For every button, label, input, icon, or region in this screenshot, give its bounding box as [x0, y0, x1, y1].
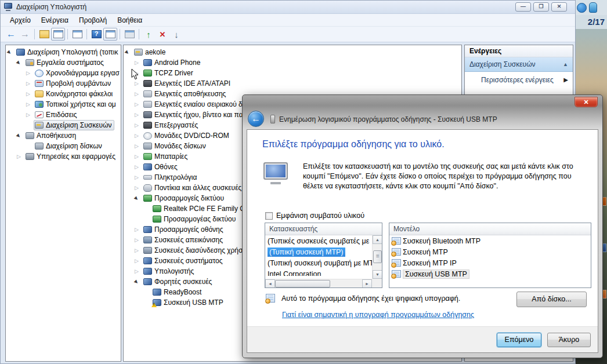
- dialog-back-button[interactable]: ←: [248, 111, 264, 127]
- console-tree-item[interactable]: Κοινόχρηστοι φάκελοι: [6, 89, 121, 99]
- manufacturer-item[interactable]: (Τυπική συσκευή συμβατή με MT: [265, 257, 372, 268]
- tree-item-label: Διαχείριση δίσκων: [46, 142, 102, 150]
- twisty-icon[interactable]: [135, 237, 142, 243]
- twisty-icon[interactable]: [17, 154, 24, 159]
- toolbar-icon[interactable]: [103, 28, 117, 41]
- twisty-icon[interactable]: [135, 247, 142, 253]
- scrollbar-thumb[interactable]: [275, 280, 330, 287]
- menu-item[interactable]: Ενέργεια: [37, 15, 73, 26]
- show-compatible-checkbox[interactable]: [265, 212, 273, 220]
- twisty-icon[interactable]: [17, 60, 24, 65]
- scroll-right-icon[interactable]: ►: [362, 279, 372, 288]
- toolbar-icon[interactable]: [122, 28, 136, 41]
- twisty-icon[interactable]: [135, 133, 142, 139]
- console-tree-item[interactable]: Τοπικοί χρήστες και ομ: [6, 99, 121, 110]
- toolbar-icon[interactable]: [117, 28, 122, 41]
- window-titlebar[interactable]: Διαχείριση Υπολογιστή — ❐ ✕: [1, 1, 575, 14]
- console-tree-item[interactable]: Διαχείριση Υπολογιστή (τοπικ: [6, 47, 121, 57]
- toolbar-icon[interactable]: ✕: [156, 28, 169, 41]
- collapse-icon[interactable]: ▲: [563, 61, 568, 67]
- twisty-icon[interactable]: [135, 174, 142, 180]
- toolbar-icon[interactable]: →: [18, 28, 32, 41]
- twisty-icon[interactable]: [135, 279, 142, 285]
- minimize-button[interactable]: —: [515, 2, 531, 12]
- cancel-button[interactable]: Άκυρο: [547, 333, 591, 347]
- close-button[interactable]: ✕: [551, 2, 567, 12]
- toolbar-icon[interactable]: ↓: [169, 28, 183, 41]
- actions-group-device-manager[interactable]: Διαχείριση Συσκευών ▲: [465, 57, 573, 72]
- next-button[interactable]: Επόμενο: [497, 333, 541, 347]
- dialog-close-button[interactable]: ✕: [575, 97, 598, 107]
- toolbar-icon[interactable]: [65, 28, 70, 41]
- twisty-icon[interactable]: [135, 154, 142, 159]
- twisty-icon[interactable]: [135, 185, 142, 191]
- manufacturer-item[interactable]: Intel Corporation: [265, 268, 372, 276]
- console-tree-item[interactable]: Αποθήκευση: [6, 130, 121, 141]
- twisty-icon[interactable]: [135, 91, 142, 97]
- device-tree-item[interactable]: Ελεγκτές IDE ATA/ATAPI: [124, 78, 461, 89]
- device-tree-item[interactable]: TCPZ Driver: [124, 68, 461, 78]
- toolbar-icon[interactable]: [32, 28, 37, 41]
- toolbar-icon[interactable]: [70, 28, 84, 41]
- twisty-icon[interactable]: [26, 81, 34, 86]
- twisty-icon[interactable]: [135, 164, 142, 170]
- more-actions-item[interactable]: Περισσότερες ενέργειες ▶: [465, 72, 573, 88]
- device-tree-item[interactable]: aekole: [124, 47, 461, 57]
- menu-item[interactable]: Προβολή: [74, 15, 111, 26]
- toolbar-icon[interactable]: ↑: [142, 28, 156, 41]
- twisty-icon[interactable]: [26, 112, 34, 118]
- console-tree-item[interactable]: Επιδόσεις: [6, 110, 121, 120]
- twisty-icon[interactable]: [135, 195, 142, 201]
- manufacturer-item[interactable]: (Τυπική συσκευή MTP): [265, 246, 372, 257]
- twisty-icon[interactable]: [8, 49, 15, 55]
- tree-item-label: Προσαρμογέας δικτύου: [164, 215, 236, 223]
- toolbar-icon[interactable]: ←: [4, 28, 18, 41]
- menu-item[interactable]: Αρχείο: [5, 15, 35, 26]
- desktop-shortcut-icon[interactable]: [589, 2, 597, 13]
- checkbox-label[interactable]: Εμφάνιση συμβατού υλικού: [276, 212, 364, 220]
- console-tree-item[interactable]: Διαχείριση δίσκων: [6, 141, 121, 151]
- twisty-icon[interactable]: [135, 122, 142, 128]
- model-item[interactable]: Συσκευή USB MTP: [389, 268, 591, 279]
- model-item[interactable]: Συσκευή MTP IP: [389, 257, 591, 268]
- twisty-icon[interactable]: [135, 112, 142, 118]
- device-tree-item[interactable]: Android Phone: [124, 57, 461, 68]
- scroll-up-icon[interactable]: ▲: [373, 235, 382, 244]
- twisty-icon[interactable]: [125, 49, 133, 55]
- horizontal-scrollbar[interactable]: ◄ ►: [265, 279, 372, 287]
- windows-logo-icon[interactable]: [577, 3, 587, 13]
- vertical-scrollbar[interactable]: ▲ ▼: [372, 235, 382, 279]
- manufacturer-item[interactable]: (Τυπικές συσκευές συμβατές με: [265, 235, 372, 246]
- twisty-icon[interactable]: [26, 70, 34, 76]
- twisty-icon[interactable]: [135, 268, 142, 274]
- node-icon: [153, 216, 161, 223]
- model-item[interactable]: Συσκευή Bluetooth MTP: [389, 235, 591, 246]
- have-disk-button[interactable]: Από δίσκο...: [516, 292, 587, 307]
- scroll-down-icon[interactable]: ▼: [373, 270, 382, 279]
- scroll-left-icon[interactable]: ◄: [265, 279, 275, 288]
- scrollbar-thumb[interactable]: [373, 250, 382, 263]
- twisty-icon[interactable]: [26, 101, 34, 107]
- toolbar-icon[interactable]: [51, 28, 65, 41]
- console-tree-item[interactable]: Διαχείριση Συσκευών: [6, 120, 121, 130]
- console-tree-item[interactable]: Προβολή συμβάντων: [6, 78, 121, 89]
- twisty-icon[interactable]: [135, 227, 142, 232]
- toolbar-icon[interactable]: [89, 28, 103, 41]
- toolbar-icon[interactable]: [37, 28, 51, 41]
- signature-info-link[interactable]: Γιατί είναι σημαντική η υπογραφή προγραμ…: [282, 311, 474, 319]
- menu-item[interactable]: Βοήθεια: [113, 15, 147, 26]
- console-tree-item[interactable]: Εργαλεία συστήματος: [6, 57, 121, 68]
- twisty-icon[interactable]: [17, 133, 24, 139]
- toolbar-icon[interactable]: [136, 28, 142, 41]
- twisty-icon[interactable]: [135, 143, 142, 149]
- node-icon: [35, 70, 44, 77]
- twisty-icon[interactable]: [135, 60, 142, 65]
- twisty-icon[interactable]: [135, 258, 142, 264]
- twisty-icon[interactable]: [26, 91, 34, 97]
- console-tree-item[interactable]: Χρονοδιάγραμμα εργασ: [6, 68, 121, 78]
- twisty-icon[interactable]: [135, 101, 142, 107]
- model-item[interactable]: Συσκευή MTP: [389, 246, 591, 257]
- maximize-button[interactable]: ❐: [533, 2, 549, 12]
- console-tree-item[interactable]: Υπηρεσίες και εφαρμογές: [6, 151, 121, 162]
- toolbar-icon[interactable]: [84, 28, 89, 41]
